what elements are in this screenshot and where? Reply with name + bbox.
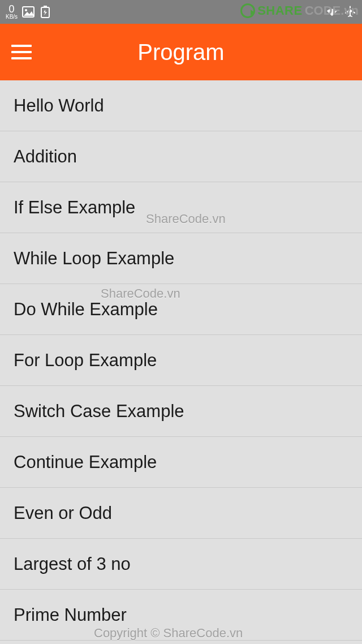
list-item-label: Addition <box>14 147 77 167</box>
list-item-label: Largest of 3 no <box>14 554 131 574</box>
list-item-label: Prime Number <box>14 605 127 625</box>
list-item-label: Switch Case Example <box>14 401 184 422</box>
list-item[interactable]: Do While Example <box>0 284 362 335</box>
list-item-label: While Loop Example <box>14 248 174 269</box>
network-speed-indicator: 0 KB/s <box>6 4 18 20</box>
list-item[interactable]: Addition <box>0 131 362 182</box>
list-item[interactable]: Switch Case Example <box>0 386 362 437</box>
hamburger-line <box>11 51 32 53</box>
svg-point-1 <box>25 9 27 11</box>
kbs-label: KB/s <box>6 14 18 20</box>
wifi-icon <box>326 6 338 18</box>
list-item-label: Even or Odd <box>14 503 112 523</box>
hamburger-line <box>11 45 32 47</box>
list-item-label: Do While Example <box>14 299 158 320</box>
list-item[interactable]: While Loop Example <box>0 233 362 284</box>
airplane-mode-icon <box>344 6 356 18</box>
list-item[interactable]: Hello World <box>0 80 362 131</box>
list-item[interactable]: Prime Number <box>0 590 362 641</box>
list-item-label: For Loop Example <box>14 350 157 371</box>
status-bar: 0 KB/s <box>0 0 362 24</box>
battery-saver-icon <box>39 6 51 18</box>
list-item[interactable]: For Loop Example <box>0 335 362 386</box>
list-item[interactable]: Continue Example <box>0 437 362 488</box>
list-item[interactable]: Even or Odd <box>0 488 362 539</box>
hamburger-line <box>11 57 32 59</box>
app-bar: Program <box>0 24 362 80</box>
list-item-label: If Else Example <box>14 198 135 218</box>
page-title: Program <box>137 40 224 65</box>
svg-rect-3 <box>44 6 47 7</box>
list-item[interactable]: Largest of 3 no <box>0 539 362 590</box>
kbs-value: 0 <box>6 4 18 14</box>
list-item-label: Continue Example <box>14 452 157 473</box>
program-list[interactable]: Hello World Addition If Else Example Whi… <box>0 80 362 641</box>
list-item-label: Hello World <box>14 96 104 116</box>
image-icon <box>22 6 35 18</box>
hamburger-menu-button[interactable] <box>11 40 36 65</box>
status-right <box>326 6 356 18</box>
list-item[interactable]: If Else Example <box>0 182 362 233</box>
status-left: 0 KB/s <box>6 4 51 20</box>
